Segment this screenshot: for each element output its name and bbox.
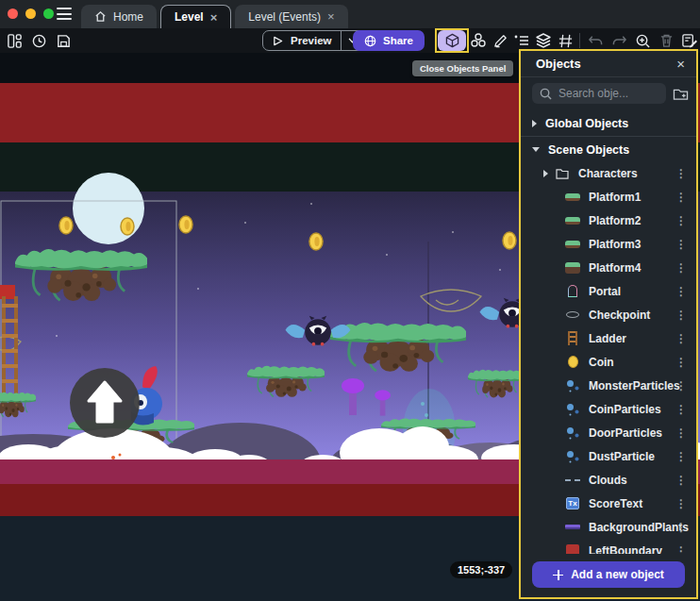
object-row-doorparticles[interactable]: DoorParticles xyxy=(521,421,696,444)
titlebar: Home Level × Level (Events) × xyxy=(0,0,700,28)
kebab-menu-icon[interactable] xyxy=(675,356,687,369)
object-label: Platform2 xyxy=(589,214,641,227)
kebab-menu-icon[interactable] xyxy=(675,261,687,275)
tab-label: Home xyxy=(113,10,143,24)
folder-icon xyxy=(556,168,569,179)
close-panel-icon[interactable]: × xyxy=(676,57,685,71)
group-scene-objects[interactable]: Scene Objects xyxy=(521,138,696,161)
close-tab-icon[interactable]: × xyxy=(210,11,218,24)
platform-thumbnail-icon xyxy=(565,193,580,201)
close-tab-icon[interactable]: × xyxy=(327,10,335,23)
kebab-menu-icon[interactable] xyxy=(675,497,687,510)
kebab-menu-icon[interactable] xyxy=(675,379,687,392)
minimize-window-icon[interactable] xyxy=(25,8,36,19)
tab-label: Level (Events) xyxy=(248,10,321,24)
particles-thumbnail-icon xyxy=(566,450,580,462)
play-icon xyxy=(273,36,283,46)
preview-button[interactable]: Preview xyxy=(262,30,364,51)
scene-properties-icon[interactable] xyxy=(679,30,700,51)
kebab-menu-icon[interactable] xyxy=(675,544,687,555)
kebab-menu-icon[interactable] xyxy=(675,214,687,227)
object-label: Characters xyxy=(578,167,638,180)
object-groups-icon[interactable] xyxy=(468,30,489,51)
object-label: ScoreText xyxy=(589,497,642,510)
divider xyxy=(521,136,696,137)
object-label: Ladder xyxy=(589,332,626,345)
kebab-menu-icon[interactable] xyxy=(675,238,687,251)
project-manager-icon[interactable] xyxy=(4,30,25,51)
ladder-thumbnail-icon xyxy=(568,331,577,345)
kebab-menu-icon[interactable] xyxy=(675,309,687,322)
search-box[interactable] xyxy=(532,83,666,104)
object-row-dustparticle[interactable]: DustParticle xyxy=(521,444,696,468)
maximize-window-icon[interactable] xyxy=(43,8,54,19)
particles-thumbnail-icon xyxy=(566,403,580,415)
object-label: Platform1 xyxy=(589,191,641,204)
expand-arrow-icon xyxy=(532,120,537,127)
history-icon[interactable] xyxy=(28,30,49,51)
object-row-coin[interactable]: Coin xyxy=(521,350,696,374)
kebab-menu-icon[interactable] xyxy=(675,426,687,440)
close-window-icon[interactable] xyxy=(8,8,18,19)
kebab-menu-icon[interactable] xyxy=(675,285,687,298)
object-label: MonsterParticles xyxy=(589,379,680,392)
object-row-portal[interactable]: Portal xyxy=(521,279,696,303)
search-input[interactable] xyxy=(558,87,653,100)
edit-pencil-icon[interactable] xyxy=(490,30,510,51)
object-row-backgroundplants[interactable]: BackgroundPlants xyxy=(521,515,696,539)
objects-panel-toggle-button[interactable] xyxy=(438,30,466,51)
object-label: Portal xyxy=(589,285,621,298)
window-controls xyxy=(8,8,54,19)
tab-bar: Home Level × Level (Events) × xyxy=(81,4,348,28)
object-row-leftboundary[interactable]: LeftBoundary xyxy=(521,539,696,554)
object-row-platform2[interactable]: Platform2 xyxy=(521,209,696,232)
tab-level[interactable]: Level × xyxy=(160,5,231,28)
add-folder-icon[interactable] xyxy=(673,87,689,101)
zoom-in-icon[interactable] xyxy=(632,30,653,51)
save-icon[interactable] xyxy=(53,30,74,51)
kebab-menu-icon[interactable] xyxy=(675,332,687,345)
main-menu-icon[interactable] xyxy=(57,8,72,20)
search-icon xyxy=(540,88,552,100)
group-global-objects[interactable]: Global Objects xyxy=(521,111,696,135)
kebab-menu-icon[interactable] xyxy=(675,167,687,180)
kebab-menu-icon[interactable] xyxy=(675,521,687,534)
object-row-ladder[interactable]: Ladder xyxy=(521,326,696,350)
kebab-menu-icon[interactable] xyxy=(675,450,687,463)
object-row-coinparticles[interactable]: CoinParticles xyxy=(521,397,696,421)
object-row-monsterparticles[interactable]: MonsterParticles xyxy=(521,374,696,397)
share-label: Share xyxy=(383,35,413,46)
instances-list-icon[interactable] xyxy=(511,30,532,51)
platform-thumbnail-icon xyxy=(565,262,580,274)
object-label: DustParticle xyxy=(589,450,655,463)
object-label: DoorParticles xyxy=(589,426,662,440)
platform-thumbnail-icon xyxy=(565,217,580,225)
object-row-clouds[interactable]: Clouds xyxy=(521,468,696,492)
share-button[interactable]: Share xyxy=(353,30,425,51)
add-new-object-button[interactable]: Add a new object xyxy=(532,561,685,588)
kebab-menu-icon[interactable] xyxy=(675,474,687,487)
object-row-characters[interactable]: Characters xyxy=(521,161,696,185)
object-row-platform3[interactable]: Platform3 xyxy=(521,232,696,256)
particles-thumbnail-icon xyxy=(566,426,580,439)
object-row-platform4[interactable]: Platform4 xyxy=(521,256,696,279)
object-row-scoretext[interactable]: Tx ScoreText xyxy=(521,492,696,515)
tab-home[interactable]: Home xyxy=(81,5,157,28)
home-icon xyxy=(94,10,107,23)
kebab-menu-icon[interactable] xyxy=(675,191,687,204)
object-row-checkpoint[interactable]: Checkpoint xyxy=(521,303,696,326)
grid-icon[interactable] xyxy=(555,30,575,51)
objects-tree: Global Objects Scene Objects Characters … xyxy=(521,109,696,554)
objects-panel-toggle-highlight xyxy=(435,28,469,53)
checkpoint-thumbnail-icon xyxy=(566,311,579,318)
object-label: BackgroundPlants xyxy=(589,521,689,534)
layers-icon[interactable] xyxy=(533,30,554,51)
gdevelop-window: Home Level × Level (Events) × xyxy=(0,0,700,601)
tab-level-events[interactable]: Level (Events) × xyxy=(235,5,347,28)
object-row-platform1[interactable]: Platform1 xyxy=(521,185,696,209)
platform-thumbnail-icon xyxy=(565,241,580,248)
panel-title: Objects xyxy=(536,57,581,71)
object-label: CoinParticles xyxy=(589,403,661,416)
boundary-thumbnail-icon xyxy=(566,544,579,555)
kebab-menu-icon[interactable] xyxy=(675,403,687,416)
